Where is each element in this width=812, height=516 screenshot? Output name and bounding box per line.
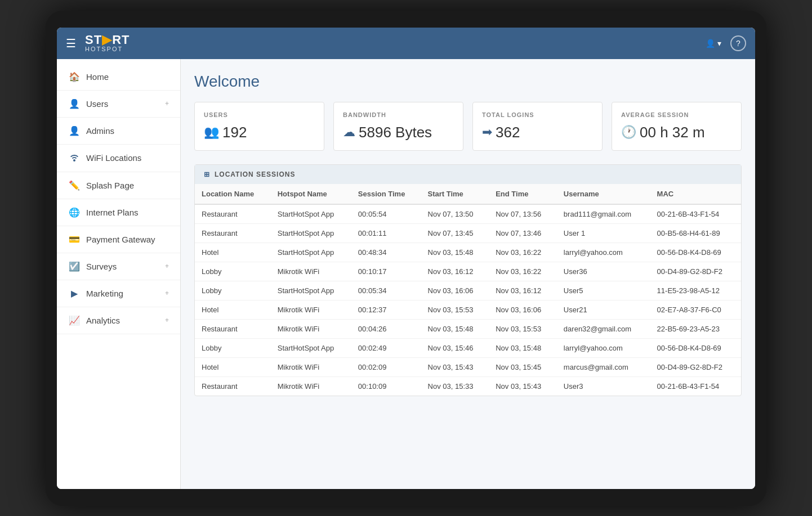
table-cell: larryl@yahoo.com [557, 243, 650, 262]
table-cell: 00-B5-68-H4-61-89 [650, 223, 741, 243]
sidebar-item-splash-page[interactable]: ✏️ Splash Page [57, 172, 180, 199]
table-cell: Restaurant [195, 204, 271, 224]
table-cell: Lobby [195, 281, 271, 300]
col-mac: MAC [650, 184, 741, 204]
table-cell: Nov 03, 16:12 [421, 262, 489, 281]
table-row: RestaurantStartHotSpot App00:01:11Nov 07… [195, 223, 741, 243]
stat-card-bandwidth: BANDWIDTH ☁ 5896 Bytes [333, 102, 463, 151]
user-dropdown-icon: ▾ [717, 39, 721, 48]
marketing-icon: ▶ [68, 288, 81, 299]
users-stat-icon: 👥 [204, 125, 219, 140]
splash-icon: ✏️ [68, 180, 81, 191]
menu-icon[interactable]: ☰ [66, 37, 76, 50]
marketing-expand-icon: + [165, 289, 169, 297]
table-cell: Nov 03, 16:06 [421, 281, 489, 300]
table-cell: Nov 03, 15:48 [421, 319, 489, 338]
table-cell: Mikrotik WiFi [271, 262, 351, 281]
table-cell: 00:48:34 [351, 243, 421, 262]
table-cell: Mikrotik WiFi [271, 357, 351, 376]
table-cell: marcus@gmail.com [557, 357, 650, 376]
table-cell: Nov 03, 15:43 [421, 357, 489, 376]
table-row: HotelMikrotik WiFi00:12:37Nov 03, 15:53N… [195, 300, 741, 319]
table-cell: 00:04:26 [351, 319, 421, 338]
table-cell: StartHotSpot App [271, 243, 351, 262]
table-grid-icon: ⊞ [204, 170, 210, 178]
sidebar-label-internet-plans: Internet Plans [86, 208, 139, 217]
payment-icon: 💳 [68, 234, 81, 245]
table-cell: 22-B5-69-23-A5-23 [650, 319, 741, 338]
col-username: Username [557, 184, 650, 204]
sidebar-label-admins: Admins [86, 126, 114, 136]
sidebar-item-users[interactable]: 👤 Users + [57, 91, 180, 118]
app-logo: ST▶RT HOTSPOT [85, 34, 130, 52]
stat-label-total-logins: TOTAL LOGINS [482, 111, 593, 118]
table-cell: Nov 03, 16:12 [489, 281, 557, 300]
sidebar-item-home[interactable]: 🏠 Home [57, 64, 180, 91]
table-cell: Restaurant [195, 223, 271, 243]
sidebar-item-wifi-locations[interactable]: WiFi Locations [57, 145, 180, 172]
sidebar-item-internet-plans[interactable]: 🌐 Internet Plans [57, 199, 180, 226]
table-cell: 00:10:09 [351, 376, 421, 396]
bandwidth-stat-icon: ☁ [343, 125, 355, 140]
table-cell: Restaurant [195, 319, 271, 338]
header-actions: 👤 ▾ ? [706, 35, 746, 51]
table-cell: StartHotSpot App [271, 281, 351, 300]
table-cell: User5 [557, 281, 650, 300]
logo-tagline: HOTSPOT [85, 46, 130, 52]
table-cell: Nov 03, 15:53 [421, 300, 489, 319]
table-cell: 00:02:49 [351, 338, 421, 357]
surveys-expand-icon: + [165, 262, 169, 270]
table-cell: Nov 07, 13:56 [489, 204, 557, 224]
stat-label-bandwidth: BANDWIDTH [343, 111, 454, 118]
table-cell: Nov 03, 15:46 [421, 338, 489, 357]
sidebar-item-analytics[interactable]: 📈 Analytics + [57, 307, 180, 334]
table-row: HotelStartHotSpot App00:48:34Nov 03, 15:… [195, 243, 741, 262]
session-stat-icon: 🕐 [621, 125, 636, 140]
table-cell: Hotel [195, 243, 271, 262]
col-location-name: Location Name [195, 184, 271, 204]
table-cell: Lobby [195, 338, 271, 357]
user-icon: 👤 [706, 39, 715, 48]
table-cell: StartHotSpot App [271, 223, 351, 243]
table-cell: 00:02:09 [351, 357, 421, 376]
table-cell: 00:05:54 [351, 204, 421, 224]
sidebar-label-analytics: Analytics [86, 316, 120, 325]
sidebar-item-payment-gateway[interactable]: 💳 Payment Gateway [57, 226, 180, 253]
logins-stat-icon: ➡ [482, 125, 492, 140]
analytics-expand-icon: + [165, 316, 169, 324]
user-menu[interactable]: 👤 ▾ [706, 39, 721, 48]
table-cell: 11-E5-23-98-A5-12 [650, 281, 741, 300]
stat-value-avg-session: 🕐 00 h 32 m [621, 124, 732, 141]
table-cell: Nov 03, 15:43 [489, 376, 557, 396]
table-cell: Mikrotik WiFi [271, 300, 351, 319]
table-cell: 00-21-6B-43-F1-54 [650, 376, 741, 396]
sidebar-label-surveys: Surveys [86, 262, 117, 271]
table-cell: Hotel [195, 300, 271, 319]
table-cell: Hotel [195, 357, 271, 376]
col-start-time: Start Time [421, 184, 489, 204]
analytics-icon: 📈 [68, 315, 81, 326]
table-cell: Nov 03, 16:22 [489, 243, 557, 262]
table-cell: Nov 07, 13:50 [421, 204, 489, 224]
surveys-icon: ☑️ [68, 261, 81, 272]
table-cell: Nov 03, 15:48 [489, 338, 557, 357]
table-header-row: Location Name Hotspot Name Session Time … [195, 184, 741, 204]
help-button[interactable]: ? [730, 35, 746, 51]
location-sessions-table: Location Name Hotspot Name Session Time … [195, 184, 741, 396]
col-end-time: End Time [489, 184, 557, 204]
table-cell: brad111@gmail.com [557, 204, 650, 224]
table-cell: User36 [557, 262, 650, 281]
table-cell: Nov 03, 15:53 [489, 319, 557, 338]
sidebar-item-surveys[interactable]: ☑️ Surveys + [57, 253, 180, 280]
sidebar-label-home: Home [86, 72, 109, 82]
sidebar-item-marketing[interactable]: ▶ Marketing + [57, 280, 180, 307]
sidebar-label-splash-page: Splash Page [86, 181, 134, 190]
sidebar-item-admins[interactable]: 👤 Admins [57, 118, 180, 145]
table-cell: 00:12:37 [351, 300, 421, 319]
sidebar-label-marketing: Marketing [86, 289, 123, 298]
app-header: ☰ ST▶RT HOTSPOT 👤 ▾ ? [57, 28, 755, 59]
table-cell: Nov 03, 15:48 [421, 243, 489, 262]
table-cell: 02-E7-A8-37-F6-C0 [650, 300, 741, 319]
table-section-header: ⊞ LOCATION SESSIONS [195, 165, 741, 184]
stat-label-avg-session: AVERAGE SESSION [621, 111, 732, 118]
